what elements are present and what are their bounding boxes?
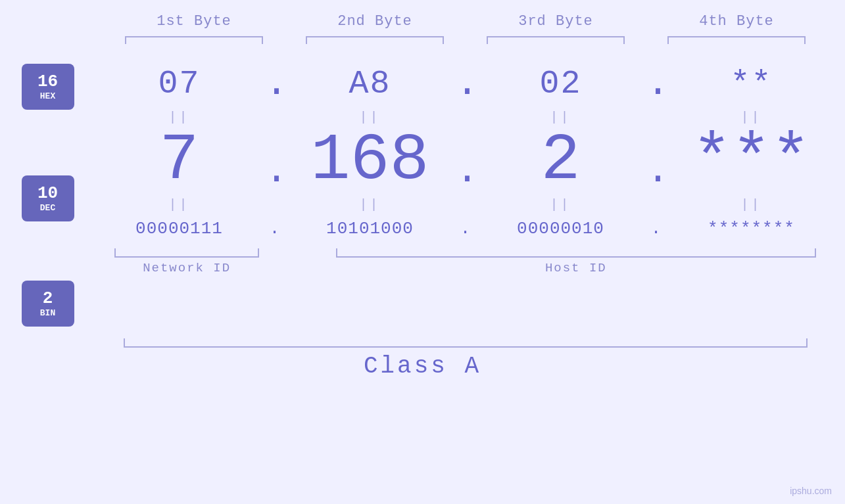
dec-byte1: 7 [107,128,252,194]
watermark: ipshu.com [790,486,832,496]
bracket-byte3 [487,36,625,44]
big-bottom-bracket [124,338,808,348]
hex-dot1: . [265,64,285,103]
bin-byte3: 00000010 [489,219,633,239]
dec-byte3: 2 [489,128,633,194]
hex-byte1: 07 [107,65,252,103]
dec-num: 10 [37,184,58,203]
byte2-label: 2nd Byte [302,13,447,30]
hex-byte4: ** [679,65,824,103]
base-badges: 16 HEX 10 DEC 2 BIN [15,57,101,333]
eq2-byte3: || [489,197,633,212]
host-id-label: Host ID [336,261,816,275]
bin-dot2: . [456,219,475,239]
top-brackets [104,36,827,44]
bin-byte4: ******** [679,219,824,239]
eq1-byte4: || [679,110,824,125]
bracket-byte2 [306,36,444,44]
bin-dot1: . [265,219,285,239]
main-container: 1st Byte 2nd Byte 3rd Byte 4th Byte 16 H… [0,0,845,504]
dec-dot3: . [646,149,666,193]
hex-name: HEX [40,91,55,101]
eq2-byte4: || [679,197,824,212]
network-id-label: Network ID [114,261,259,275]
eq2-byte1: || [107,197,252,212]
eq2-byte2: || [298,197,443,212]
eq1-byte3: || [489,110,633,125]
byte1-label: 1st Byte [122,13,266,30]
dec-byte2: 168 [298,128,443,194]
bin-num: 2 [43,289,53,308]
hex-num: 16 [37,72,58,91]
eq1-byte2: || [298,110,443,125]
bin-byte1: 00000111 [107,219,252,239]
dec-byte4: *** [679,128,824,194]
hex-byte2: A8 [298,65,443,103]
eq1-byte1: || [107,110,252,125]
dec-dot2: . [456,149,475,193]
byte3-label: 3rd Byte [483,13,628,30]
dec-badge: 10 DEC [22,175,74,221]
hex-dot2: . [456,64,475,103]
bin-badge: 2 BIN [22,281,74,327]
bin-dot3: . [646,219,666,239]
bin-byte2: 10101000 [298,219,443,239]
bottom-bracket-host [336,248,816,258]
equals-row-1: || || || || [101,110,831,125]
bottom-bracket-net [114,248,259,258]
bracket-byte1 [125,36,263,44]
dec-dot1: . [265,149,285,193]
hex-badge: 16 HEX [22,64,74,110]
byte4-label: 4th Byte [664,13,809,30]
bracket-byte4 [667,36,806,44]
dec-name: DEC [40,203,55,213]
byte-headers: 1st Byte 2nd Byte 3rd Byte 4th Byte [104,13,827,30]
equals-row-2: || || || || [101,197,831,212]
class-label: Class A [0,353,845,380]
hex-dot3: . [646,64,666,103]
hex-byte3: 02 [489,65,633,103]
bin-name: BIN [40,308,55,318]
